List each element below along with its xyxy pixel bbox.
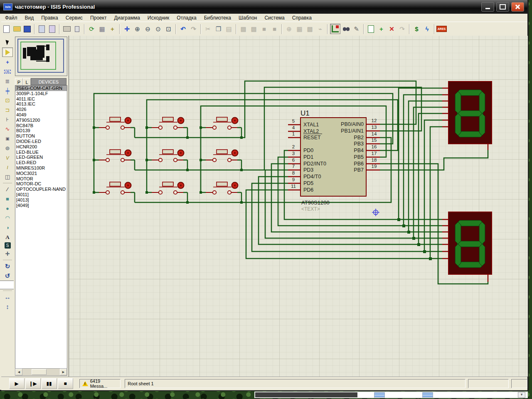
close-button[interactable] bbox=[511, 2, 524, 12]
save-icon[interactable] bbox=[22, 24, 32, 34]
flip-vertical-button[interactable]: ↕ bbox=[2, 302, 12, 311]
origin-icon[interactable]: + bbox=[108, 24, 117, 34]
device-item[interactable]: DIODE-LED bbox=[15, 139, 67, 144]
marker-2d-tool[interactable]: ✛ bbox=[2, 249, 12, 258]
chevron-down-icon[interactable]: ▾ bbox=[518, 392, 525, 398]
device-item[interactable]: [4011] bbox=[15, 192, 67, 197]
path-2d-tool[interactable]: ◑ bbox=[2, 223, 12, 232]
device-item[interactable]: MOTOR bbox=[15, 176, 67, 182]
scrollbar-thumb[interactable] bbox=[32, 369, 47, 375]
device-item[interactable]: [4013] bbox=[15, 197, 67, 203]
zoom-in-icon[interactable]: ⊕ bbox=[133, 24, 142, 34]
device-item[interactable]: MINRES100R bbox=[15, 165, 67, 171]
tape-recorder-tool[interactable]: ▣ bbox=[2, 134, 12, 143]
make-device-icon[interactable]: ▦ bbox=[295, 24, 304, 34]
menu-tools[interactable]: Сервис bbox=[62, 14, 86, 22]
rotate-ccw-button[interactable]: ↺ bbox=[2, 271, 12, 280]
menu-help[interactable]: Справка bbox=[288, 14, 315, 22]
terminal-tool[interactable]: ⊐ bbox=[2, 106, 12, 114]
messages-button[interactable]: 6419 Messa... bbox=[79, 379, 121, 388]
import-icon[interactable] bbox=[37, 24, 47, 34]
device-item[interactable]: 4013.IEC bbox=[15, 101, 67, 107]
device-item[interactable]: AT90S1200 bbox=[15, 118, 67, 123]
chip-u1[interactable]: U1 AT90S1200 <TEXT> XTAL1 XTAL2 RESET PD… bbox=[288, 109, 380, 212]
redo-icon[interactable]: ↷ bbox=[189, 24, 198, 34]
new-icon[interactable] bbox=[2, 24, 11, 34]
symbol-2d-tool[interactable]: S bbox=[5, 242, 11, 249]
grid-icon[interactable]: ▦ bbox=[97, 24, 107, 34]
undo-icon[interactable]: ↶ bbox=[178, 24, 188, 34]
property-tool-icon[interactable]: ✎ bbox=[352, 24, 361, 34]
menu-file[interactable]: Файл bbox=[1, 14, 21, 22]
bus-tool[interactable]: ╪ bbox=[2, 86, 12, 95]
zoom-out-icon[interactable]: ⊖ bbox=[143, 24, 153, 34]
remove-sheet-icon[interactable]: ✕ bbox=[387, 24, 397, 34]
redraw-icon[interactable]: ⟳ bbox=[87, 24, 96, 34]
menu-system[interactable]: Система bbox=[261, 14, 288, 22]
mark-area-icon[interactable] bbox=[72, 24, 82, 34]
device-item[interactable]: 4026 bbox=[15, 107, 67, 112]
device-item[interactable]: BUTTON bbox=[15, 133, 67, 139]
wire-autorouter-icon[interactable] bbox=[330, 24, 340, 34]
new-sheet-icon[interactable] bbox=[366, 24, 376, 34]
title-bar[interactable]: isis частотомер - ISIS Professional bbox=[0, 0, 527, 14]
graph-tool[interactable]: ∿ bbox=[2, 125, 12, 133]
device-item[interactable]: LED-BLUE bbox=[15, 150, 67, 155]
wire-label-tool[interactable]: LBL bbox=[2, 67, 12, 76]
device-item[interactable]: MOC3021 bbox=[15, 171, 67, 176]
menu-debug[interactable]: Отладка bbox=[173, 14, 200, 22]
minimize-button[interactable] bbox=[481, 2, 494, 12]
pick-device-icon[interactable]: ⊕ bbox=[284, 24, 294, 34]
device-item[interactable]: OPTOCOUPLER-NAND bbox=[15, 187, 67, 192]
generator-tool[interactable]: ⊚ bbox=[2, 144, 12, 153]
component-mode-tool[interactable] bbox=[2, 47, 13, 57]
stop-button[interactable]: ■ bbox=[58, 378, 73, 389]
zoom-area-icon[interactable]: ⊡ bbox=[164, 24, 173, 34]
line-2d-tool[interactable]: ∕ bbox=[2, 185, 12, 194]
device-item[interactable]: HCNR200 bbox=[15, 144, 67, 150]
bom-icon[interactable]: $ bbox=[412, 24, 421, 34]
block-copy-icon[interactable]: ▩ bbox=[239, 24, 248, 34]
current-probe-tool[interactable]: I bbox=[2, 163, 12, 172]
device-item[interactable]: 4011.IEC bbox=[15, 96, 67, 102]
block-rotate-icon[interactable]: ■ bbox=[259, 24, 269, 34]
menu-view[interactable]: Вид bbox=[21, 14, 38, 22]
packaging-icon[interactable]: ▩ bbox=[305, 24, 315, 34]
seven-segment-display-bottom[interactable] bbox=[448, 212, 492, 274]
device-pin-tool[interactable]: ⊦ bbox=[2, 115, 12, 124]
circle-2d-tool[interactable]: ● bbox=[2, 204, 12, 213]
subcircuit-tool[interactable]: ⊡ bbox=[2, 96, 12, 105]
text-script-tool[interactable]: ≣ bbox=[2, 77, 12, 86]
play-button[interactable]: ▶ bbox=[9, 378, 25, 389]
device-item[interactable]: 3009P-1-104LF bbox=[15, 91, 67, 96]
device-item[interactable]: MOTOR-DC bbox=[15, 181, 67, 187]
decompose-icon[interactable]: ⌁ bbox=[315, 24, 325, 34]
scroll-right-icon[interactable]: ► bbox=[60, 369, 67, 375]
rotate-cw-button[interactable]: ↻ bbox=[2, 262, 12, 271]
pan-icon[interactable]: ✛ bbox=[122, 24, 132, 34]
zoom-all-icon[interactable]: ⊙ bbox=[153, 24, 163, 34]
menu-template[interactable]: Шаблон bbox=[235, 14, 261, 22]
device-item[interactable]: LED-GREEN bbox=[15, 155, 67, 160]
copy-icon[interactable]: ❐ bbox=[214, 24, 223, 34]
ares-icon[interactable]: ARES bbox=[437, 24, 446, 34]
open-icon[interactable] bbox=[12, 24, 22, 34]
device-list-scrollbar[interactable]: ◄ ► bbox=[15, 368, 67, 376]
selection-tool[interactable] bbox=[2, 38, 12, 47]
seven-segment-display-top[interactable] bbox=[448, 81, 492, 144]
menu-library[interactable]: Библиотека bbox=[200, 14, 235, 22]
step-button[interactable]: ❙▶ bbox=[25, 378, 41, 389]
goto-sheet-icon[interactable]: ↷ bbox=[397, 24, 407, 34]
device-item[interactable]: 4049 bbox=[15, 112, 67, 118]
maximize-button[interactable] bbox=[496, 2, 509, 12]
pause-button[interactable]: ▮▮ bbox=[42, 378, 57, 389]
flip-horizontal-button[interactable]: ↔ bbox=[2, 293, 12, 301]
print-icon[interactable] bbox=[62, 24, 71, 34]
device-item[interactable]: BD139 bbox=[15, 128, 67, 133]
voltage-probe-tool[interactable]: V bbox=[2, 153, 12, 162]
export-icon[interactable] bbox=[47, 24, 57, 34]
menu-design[interactable]: Проект bbox=[86, 14, 111, 22]
device-item[interactable]: LED-RED bbox=[15, 160, 67, 165]
erc-icon[interactable]: ϟ bbox=[422, 24, 432, 34]
add-sheet-icon[interactable]: + bbox=[377, 24, 386, 34]
